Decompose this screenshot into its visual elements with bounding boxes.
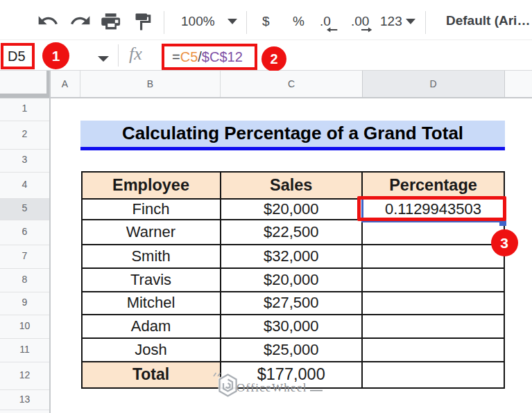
svg-text:OfficeWheel: OfficeWheel	[237, 381, 307, 394]
